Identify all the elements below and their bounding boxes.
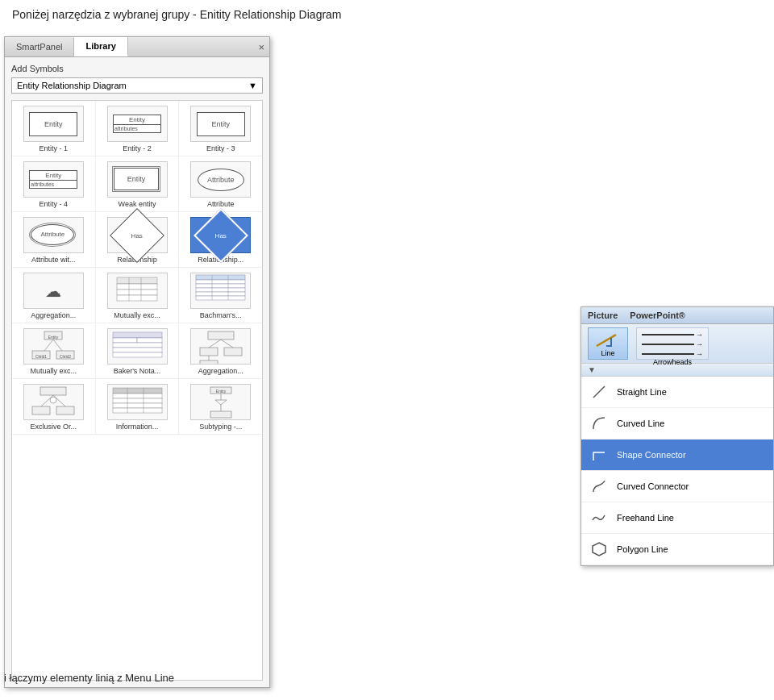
bakers-svg xyxy=(111,330,164,364)
subtyping-label: Subtyping -... xyxy=(199,423,242,431)
svg-rect-11 xyxy=(196,296,245,300)
aggregation-label: Aggregation... xyxy=(31,311,76,319)
line-tool-icon xyxy=(593,330,622,349)
polygon-line-label: Polygon Line xyxy=(617,544,668,554)
weak-entity-label: Weak entity xyxy=(119,200,156,208)
svg-rect-3 xyxy=(117,295,157,301)
line-dropdown-arrow-icon[interactable]: ▼ xyxy=(588,365,596,374)
relationship-shape: Has xyxy=(110,208,164,263)
polygon-line-icon xyxy=(589,540,609,559)
line-menu-items: Straight Line Curved Line Shape Connecto… xyxy=(581,377,773,565)
close-button[interactable]: × xyxy=(258,41,264,53)
diagram-type-dropdown[interactable]: Entity Relationship Diagram ▼ xyxy=(11,77,263,94)
svg-rect-9 xyxy=(196,288,245,292)
tab-library[interactable]: Library xyxy=(74,37,127,56)
entity1-label: Entity - 1 xyxy=(40,144,69,152)
line-menu-header: Picture PowerPoint® xyxy=(581,307,773,324)
mutually-exc2-thumb: Entity Child1 Child2 xyxy=(23,328,84,365)
svg-rect-28 xyxy=(208,331,234,340)
svg-rect-53 xyxy=(210,411,231,418)
svg-rect-44 xyxy=(113,403,162,408)
line-tool-label: Line xyxy=(601,349,614,357)
svg-rect-23 xyxy=(113,338,137,343)
attribute-thumb: Attribute xyxy=(190,161,251,198)
symbol-entity3[interactable]: Entity Entity - 3 xyxy=(179,101,262,156)
symbol-mutually-exc1[interactable]: Mutually exc... xyxy=(96,268,180,323)
symbol-subtyping[interactable]: Entity Subtyping -... xyxy=(179,379,262,434)
add-symbols-label: Add Symbols xyxy=(11,64,263,73)
relationship-thumb: Has xyxy=(107,217,168,253)
exclusive-or-thumb xyxy=(23,384,84,420)
line-menu-tab-powerpoint[interactable]: PowerPoint® xyxy=(630,310,685,320)
symbol-row: Entity Entity - 1 Entity attributes Enti… xyxy=(12,101,262,156)
svg-rect-10 xyxy=(196,292,245,296)
symbol-information[interactable]: Information... xyxy=(96,379,180,434)
svg-rect-2 xyxy=(117,290,157,295)
subtyping-svg: Entity xyxy=(196,385,246,419)
mutually-exc2-svg: Entity Child1 Child2 xyxy=(28,330,78,364)
symbol-attribute-wit[interactable]: Attribute Attribute wit... xyxy=(12,212,96,267)
aggregation2-label: Aggregation... xyxy=(198,367,243,375)
svg-rect-34 xyxy=(200,360,218,364)
svg-rect-22 xyxy=(113,332,162,338)
arrowheads-tool-button[interactable]: → → → Arrowheads xyxy=(636,327,709,360)
svg-line-31 xyxy=(209,340,221,348)
mutually-exc1-svg xyxy=(113,276,161,306)
curved-line-item[interactable]: Curved Line xyxy=(581,408,773,440)
bachmans-svg xyxy=(194,274,247,308)
svg-rect-26 xyxy=(113,348,162,352)
bakers-nota-label: Baker's Nota... xyxy=(114,367,161,375)
shape-connector-item[interactable]: Shape Connector xyxy=(581,440,773,471)
polygon-line-item[interactable]: Polygon Line xyxy=(581,534,773,565)
svg-line-16 xyxy=(44,340,53,351)
freehand-line-icon xyxy=(589,508,609,527)
shape-connector-label: Shape Connector xyxy=(617,450,686,460)
symbol-entity1[interactable]: Entity Entity - 1 xyxy=(12,101,96,156)
line-tool-button[interactable]: Line xyxy=(588,327,628,360)
mutually-exc1-label: Mutually exc... xyxy=(114,311,160,319)
information-thumb xyxy=(107,384,168,420)
curved-connector-item[interactable]: Curved Connector xyxy=(581,471,773,502)
svg-line-54 xyxy=(597,335,616,346)
attribute-label: Attribute xyxy=(207,200,235,208)
svg-rect-0 xyxy=(117,277,157,284)
entity1-thumb: Entity xyxy=(23,106,84,142)
symbol-entity4[interactable]: Entity attributes Entity - 4 xyxy=(12,156,96,211)
svg-point-38 xyxy=(50,397,56,403)
symbol-attribute[interactable]: Attribute Attribute xyxy=(179,156,262,211)
symbol-mutually-exc2[interactable]: Entity Child1 Child2 Mutually exc... xyxy=(12,323,96,378)
symbol-relationship[interactable]: Has Relationship xyxy=(96,212,180,267)
svg-rect-30 xyxy=(224,348,242,356)
symbol-bakers-nota[interactable]: Baker's Nota... xyxy=(96,323,180,378)
straight-line-label: Straight Line xyxy=(617,387,667,397)
svg-rect-24 xyxy=(137,338,162,343)
symbol-aggregation[interactable]: ☁ Aggregation... xyxy=(12,268,96,323)
line-menu-tab-picture[interactable]: Picture xyxy=(588,310,618,320)
symbol-relationship-selected[interactable]: Has Relationship... xyxy=(179,212,262,267)
svg-line-55 xyxy=(593,386,605,398)
symbol-aggregation2[interactable]: Aggregation... xyxy=(179,323,262,378)
mutually-exc1-thumb xyxy=(107,273,168,309)
smartpanel-window: SmartPanel Library × Add Symbols Entity … xyxy=(4,36,270,688)
svg-rect-6 xyxy=(196,275,245,280)
svg-rect-27 xyxy=(113,352,162,357)
svg-rect-35 xyxy=(40,387,66,395)
subtyping-thumb: Entity xyxy=(190,384,251,420)
svg-rect-41 xyxy=(113,388,162,394)
freehand-line-item[interactable]: Freehand Line xyxy=(581,502,773,534)
svg-rect-8 xyxy=(196,284,245,288)
symbol-exclusive-or[interactable]: Exclusive Or... xyxy=(12,379,96,434)
symbol-weak-entity[interactable]: Entity Weak entity xyxy=(96,156,180,211)
tab-smartpanel[interactable]: SmartPanel xyxy=(5,38,74,56)
mutually-exc2-label: Mutually exc... xyxy=(31,367,77,375)
svg-rect-7 xyxy=(196,280,245,284)
line-menu-toolbar: Line → → → Arrowheads xyxy=(581,324,773,364)
symbol-bachmans[interactable]: Bachman's... xyxy=(179,268,262,323)
entity2-thumb: Entity attributes xyxy=(107,106,168,142)
entity3-shape: Entity xyxy=(197,112,245,136)
line-menu-panel: Picture PowerPoint® Line → → xyxy=(580,306,774,566)
svg-rect-42 xyxy=(113,394,162,398)
symbols-scroll-area[interactable]: Entity Entity - 1 Entity attributes Enti… xyxy=(11,100,263,681)
straight-line-item[interactable]: Straight Line xyxy=(581,377,773,408)
symbol-entity2[interactable]: Entity attributes Entity - 2 xyxy=(96,101,180,156)
